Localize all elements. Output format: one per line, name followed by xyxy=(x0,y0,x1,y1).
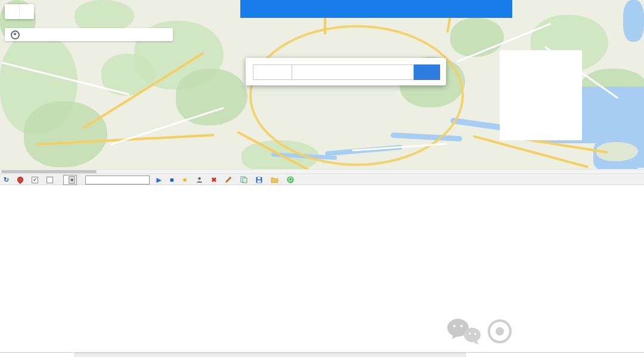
refresh-button[interactable]: ↻ xyxy=(4,177,11,183)
refresh-icon: ↻ xyxy=(4,177,9,183)
delete-button[interactable]: ✖ xyxy=(211,177,218,183)
export-icon xyxy=(240,176,247,183)
scrollbar-thumb[interactable] xyxy=(1,170,97,173)
map-green-area xyxy=(450,18,504,57)
map-green-area xyxy=(24,101,107,167)
water xyxy=(623,0,644,42)
map-search-button[interactable] xyxy=(414,64,440,80)
keyword-input[interactable] xyxy=(85,176,150,184)
pin-icon xyxy=(16,176,24,184)
search-range-group: ▼ xyxy=(61,175,77,185)
whatsapp-verify-button[interactable] xyxy=(287,176,296,183)
map-keyword-input[interactable] xyxy=(292,64,414,80)
road xyxy=(110,107,224,146)
keyword-group xyxy=(83,176,150,184)
target-icon xyxy=(11,30,20,39)
watermark-corner xyxy=(446,317,516,346)
person-icon xyxy=(196,177,203,183)
toolbar: ↻ ✓ ▼ ▶ ■ ★ ✖ xyxy=(0,175,644,185)
floppy-icon xyxy=(256,177,262,183)
quick-locate-button[interactable] xyxy=(17,177,25,183)
email-verify-checkbox[interactable] xyxy=(47,177,55,183)
search-range-select[interactable]: ▼ xyxy=(63,175,77,185)
current-location-bar xyxy=(5,28,173,41)
decision-mining-button[interactable] xyxy=(196,177,205,183)
map-green-area xyxy=(176,69,247,125)
map-canvas[interactable] xyxy=(0,0,644,169)
satellite-button[interactable] xyxy=(19,4,34,19)
save-local-button[interactable] xyxy=(256,177,264,183)
vpn-used-checkbox[interactable]: ✓ xyxy=(32,177,40,183)
horizontal-scrollbar[interactable] xyxy=(0,169,644,174)
play-icon: ▶ xyxy=(156,177,161,183)
chevron-down-icon: ▼ xyxy=(69,176,75,184)
map-button[interactable] xyxy=(5,4,19,19)
star-icon: ★ xyxy=(182,177,188,183)
map-search-panel xyxy=(246,58,446,85)
clear-button[interactable] xyxy=(225,177,234,183)
whatsapp-icon xyxy=(287,176,294,183)
folder-icon xyxy=(271,177,278,183)
top-nav xyxy=(240,0,512,18)
qr-code xyxy=(500,50,582,140)
checkbox-icon xyxy=(47,177,53,183)
wechat-icon xyxy=(446,317,483,346)
stop-button[interactable]: ■ xyxy=(170,177,176,183)
range-select[interactable] xyxy=(253,64,292,80)
official-account-icon xyxy=(488,319,512,343)
table-footer xyxy=(0,352,644,357)
map-type-control xyxy=(5,4,34,19)
brush-icon xyxy=(225,177,232,183)
search-button[interactable]: ▶ xyxy=(156,177,163,183)
favorite-button[interactable]: ★ xyxy=(182,177,190,183)
checkbox-checked-icon: ✓ xyxy=(32,177,38,183)
export-button[interactable] xyxy=(240,176,249,183)
x-icon: ✖ xyxy=(211,177,216,183)
open-local-button[interactable] xyxy=(271,177,280,183)
stop-icon: ■ xyxy=(170,177,174,183)
